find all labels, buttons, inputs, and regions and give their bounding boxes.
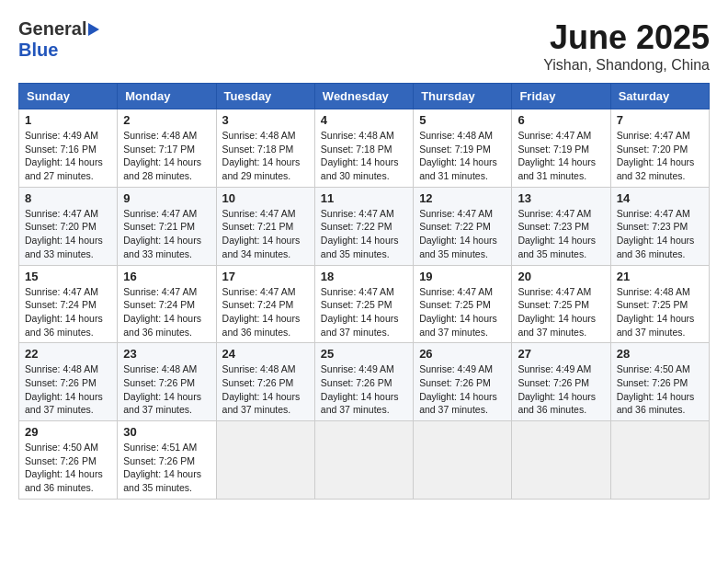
day-number: 11 xyxy=(321,191,407,205)
calendar-subtitle: Yishan, Shandong, China xyxy=(543,57,710,74)
day-detail: Sunrise: 4:47 AMSunset: 7:24 PMDaylight:… xyxy=(123,286,201,338)
calendar-day-cell: 25Sunrise: 4:49 AMSunset: 7:26 PMDayligh… xyxy=(314,343,413,421)
day-number: 12 xyxy=(419,191,506,205)
day-number: 9 xyxy=(123,191,210,205)
calendar-day-cell: 29Sunrise: 4:50 AMSunset: 7:26 PMDayligh… xyxy=(19,421,118,500)
day-number: 4 xyxy=(321,113,407,127)
calendar-day-cell: 13Sunrise: 4:47 AMSunset: 7:23 PMDayligh… xyxy=(512,187,610,265)
day-number: 13 xyxy=(518,191,604,205)
day-detail: Sunrise: 4:48 AMSunset: 7:25 PMDaylight:… xyxy=(617,286,695,338)
logo-arrow-icon xyxy=(88,23,99,36)
day-header-saturday: Saturday xyxy=(610,84,709,109)
day-detail: Sunrise: 4:49 AMSunset: 7:16 PMDaylight:… xyxy=(25,130,103,181)
day-number: 3 xyxy=(222,113,309,127)
calendar-week-row: 15Sunrise: 4:47 AMSunset: 7:24 PMDayligh… xyxy=(19,265,710,343)
day-number: 23 xyxy=(123,347,210,361)
day-detail: Sunrise: 4:47 AMSunset: 7:20 PMDaylight:… xyxy=(25,208,103,259)
calendar-day-cell: 2Sunrise: 4:48 AMSunset: 7:17 PMDaylight… xyxy=(118,109,216,188)
calendar-day-cell: 8Sunrise: 4:47 AMSunset: 7:20 PMDaylight… xyxy=(19,187,118,265)
day-number: 8 xyxy=(25,191,111,205)
calendar-header-row: SundayMondayTuesdayWednesdayThursdayFrid… xyxy=(19,84,710,109)
day-detail: Sunrise: 4:49 AMSunset: 7:26 PMDaylight:… xyxy=(518,363,596,415)
day-header-tuesday: Tuesday xyxy=(216,84,314,109)
day-header-monday: Monday xyxy=(118,84,216,109)
calendar-day-cell: 23Sunrise: 4:48 AMSunset: 7:26 PMDayligh… xyxy=(118,343,216,421)
day-number: 18 xyxy=(321,270,407,283)
calendar-day-cell: 24Sunrise: 4:48 AMSunset: 7:26 PMDayligh… xyxy=(216,343,314,421)
calendar-day-cell: 6Sunrise: 4:47 AMSunset: 7:19 PMDaylight… xyxy=(512,109,610,188)
day-detail: Sunrise: 4:47 AMSunset: 7:24 PMDaylight:… xyxy=(25,286,103,338)
logo-blue: Blue xyxy=(18,40,58,60)
day-detail: Sunrise: 4:47 AMSunset: 7:21 PMDaylight:… xyxy=(123,208,201,259)
day-header-wednesday: Wednesday xyxy=(314,84,413,109)
day-number: 14 xyxy=(617,191,703,205)
calendar-day-cell: 18Sunrise: 4:47 AMSunset: 7:25 PMDayligh… xyxy=(314,265,413,343)
calendar-day-cell: 5Sunrise: 4:48 AMSunset: 7:19 PMDaylight… xyxy=(414,109,512,188)
day-number: 15 xyxy=(25,270,111,283)
day-number: 28 xyxy=(617,347,703,361)
day-detail: Sunrise: 4:48 AMSunset: 7:19 PMDaylight:… xyxy=(419,130,497,181)
day-number: 19 xyxy=(419,270,506,283)
calendar-day-cell: 17Sunrise: 4:47 AMSunset: 7:24 PMDayligh… xyxy=(216,265,314,343)
day-number: 24 xyxy=(222,347,309,361)
day-detail: Sunrise: 4:51 AMSunset: 7:26 PMDaylight:… xyxy=(123,442,201,493)
calendar-day-cell: 9Sunrise: 4:47 AMSunset: 7:21 PMDaylight… xyxy=(118,187,216,265)
calendar-day-cell: 1Sunrise: 4:49 AMSunset: 7:16 PMDaylight… xyxy=(19,109,118,188)
day-number: 17 xyxy=(222,270,309,283)
day-number: 21 xyxy=(617,270,703,283)
day-header-sunday: Sunday xyxy=(19,84,118,109)
calendar-table: SundayMondayTuesdayWednesdayThursdayFrid… xyxy=(18,83,710,500)
calendar-day-cell xyxy=(414,421,512,500)
calendar-day-cell: 11Sunrise: 4:47 AMSunset: 7:22 PMDayligh… xyxy=(314,187,413,265)
day-detail: Sunrise: 4:47 AMSunset: 7:22 PMDaylight:… xyxy=(419,208,497,259)
page-header: General Blue June 2025 Yishan, Shandong,… xyxy=(18,18,710,74)
calendar-day-cell: 26Sunrise: 4:49 AMSunset: 7:26 PMDayligh… xyxy=(414,343,512,421)
calendar-week-row: 29Sunrise: 4:50 AMSunset: 7:26 PMDayligh… xyxy=(19,421,710,500)
day-detail: Sunrise: 4:48 AMSunset: 7:17 PMDaylight:… xyxy=(123,130,201,181)
calendar-day-cell: 7Sunrise: 4:47 AMSunset: 7:20 PMDaylight… xyxy=(610,109,709,188)
day-detail: Sunrise: 4:47 AMSunset: 7:25 PMDaylight:… xyxy=(321,286,399,338)
logo: General Blue xyxy=(18,18,99,61)
calendar-day-cell xyxy=(314,421,413,500)
day-detail: Sunrise: 4:49 AMSunset: 7:26 PMDaylight:… xyxy=(419,363,497,415)
logo-general: General xyxy=(18,18,86,40)
day-number: 10 xyxy=(222,191,309,205)
calendar-day-cell: 30Sunrise: 4:51 AMSunset: 7:26 PMDayligh… xyxy=(118,421,216,500)
day-header-thursday: Thursday xyxy=(414,84,512,109)
day-detail: Sunrise: 4:47 AMSunset: 7:23 PMDaylight:… xyxy=(617,208,695,259)
day-detail: Sunrise: 4:47 AMSunset: 7:20 PMDaylight:… xyxy=(617,130,695,181)
day-header-friday: Friday xyxy=(512,84,610,109)
day-number: 1 xyxy=(25,113,111,127)
calendar-day-cell: 10Sunrise: 4:47 AMSunset: 7:21 PMDayligh… xyxy=(216,187,314,265)
day-detail: Sunrise: 4:47 AMSunset: 7:25 PMDaylight:… xyxy=(518,286,596,338)
calendar-title: June 2025 xyxy=(543,18,710,57)
title-block: June 2025 Yishan, Shandong, China xyxy=(543,18,710,74)
day-number: 22 xyxy=(25,347,111,361)
day-detail: Sunrise: 4:48 AMSunset: 7:26 PMDaylight:… xyxy=(25,363,103,415)
day-detail: Sunrise: 4:47 AMSunset: 7:22 PMDaylight:… xyxy=(321,208,399,259)
day-number: 29 xyxy=(25,425,111,439)
day-detail: Sunrise: 4:47 AMSunset: 7:24 PMDaylight:… xyxy=(222,286,301,338)
day-number: 30 xyxy=(123,425,210,439)
calendar-day-cell: 14Sunrise: 4:47 AMSunset: 7:23 PMDayligh… xyxy=(610,187,709,265)
calendar-day-cell: 21Sunrise: 4:48 AMSunset: 7:25 PMDayligh… xyxy=(610,265,709,343)
day-detail: Sunrise: 4:48 AMSunset: 7:26 PMDaylight:… xyxy=(123,363,201,415)
calendar-day-cell: 28Sunrise: 4:50 AMSunset: 7:26 PMDayligh… xyxy=(610,343,709,421)
calendar-week-row: 8Sunrise: 4:47 AMSunset: 7:20 PMDaylight… xyxy=(19,187,710,265)
day-number: 20 xyxy=(518,270,604,283)
calendar-day-cell: 27Sunrise: 4:49 AMSunset: 7:26 PMDayligh… xyxy=(512,343,610,421)
calendar-week-row: 1Sunrise: 4:49 AMSunset: 7:16 PMDaylight… xyxy=(19,109,710,188)
calendar-week-row: 22Sunrise: 4:48 AMSunset: 7:26 PMDayligh… xyxy=(19,343,710,421)
day-detail: Sunrise: 4:47 AMSunset: 7:25 PMDaylight:… xyxy=(419,286,497,338)
calendar-day-cell: 22Sunrise: 4:48 AMSunset: 7:26 PMDayligh… xyxy=(19,343,118,421)
day-number: 26 xyxy=(419,347,506,361)
calendar-day-cell: 16Sunrise: 4:47 AMSunset: 7:24 PMDayligh… xyxy=(118,265,216,343)
calendar-day-cell xyxy=(610,421,709,500)
day-number: 16 xyxy=(123,270,210,283)
day-detail: Sunrise: 4:49 AMSunset: 7:26 PMDaylight:… xyxy=(321,363,399,415)
day-number: 2 xyxy=(123,113,210,127)
day-number: 5 xyxy=(419,113,506,127)
day-number: 27 xyxy=(518,347,604,361)
day-detail: Sunrise: 4:47 AMSunset: 7:19 PMDaylight:… xyxy=(518,130,596,181)
day-detail: Sunrise: 4:48 AMSunset: 7:18 PMDaylight:… xyxy=(222,130,301,181)
